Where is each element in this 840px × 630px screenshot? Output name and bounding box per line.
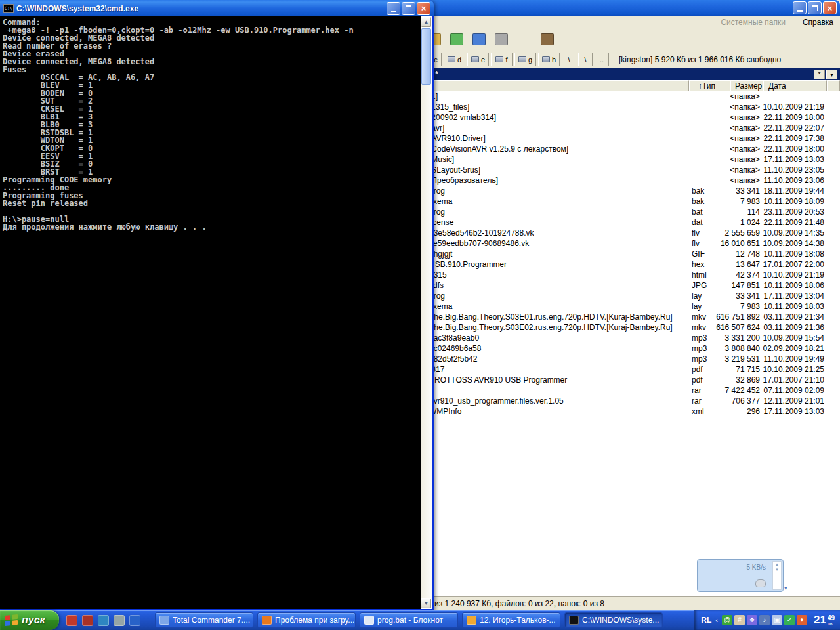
quick-launch-icon-4[interactable] (114, 615, 125, 626)
column-header-size[interactable]: Размер (730, 80, 763, 91)
drive-button-g[interactable]: g (514, 52, 536, 66)
taskbar-task-button[interactable]: Total Commander 7.... (155, 612, 253, 628)
windows-logo-icon (5, 614, 18, 626)
file-size: 42 374 (675, 270, 760, 280)
file-name: 83e58ed546b2-101924788.vk (429, 228, 534, 238)
taskbar-task-button[interactable]: Проблема при загру... (257, 612, 356, 628)
file-name: 9c02469b6a58 (429, 344, 481, 353)
clock-minutes: 49 (828, 615, 835, 621)
user-icon[interactable] (470, 31, 488, 49)
cmd-titlebar[interactable]: C:\ C:\WINDOWS\system32\cmd.exe × (0, 0, 434, 16)
task-label: prog.bat - Блокнот (377, 616, 443, 625)
menu-system-folders[interactable]: Системные папки (721, 18, 786, 27)
file-size: 3 808 840 (675, 344, 760, 353)
taskbar-task-button[interactable]: prog.bat - Блокнот (360, 612, 458, 628)
task-label: Total Commander 7.... (173, 616, 250, 625)
scroll-thumb[interactable] (421, 28, 431, 85)
copy-icon[interactable] (492, 31, 511, 49)
menu-help[interactable]: Справка (803, 18, 833, 27)
clock-suffix: пв (828, 621, 833, 626)
file-name: [1315_files] (429, 102, 469, 112)
file-date: 22.11.2009 18:00 (752, 144, 824, 154)
maximize-icon (406, 5, 411, 11)
tray-icon-2[interactable]: # (734, 615, 745, 625)
widget-scrollbar[interactable]: ▲▼ (772, 561, 782, 590)
file-name: 6ac3f8a9eab0 (429, 333, 479, 343)
cmd-close-button[interactable]: × (417, 2, 430, 15)
drive-button-root[interactable]: \ (562, 52, 576, 66)
file-name: USB.910.Programmer (429, 260, 507, 269)
start-button[interactable]: пуск (0, 610, 59, 630)
taskbar: пуск Total Commander 7....Проблема при з… (0, 610, 840, 630)
pathbar-buttons: * ▾ (814, 70, 837, 79)
path-history-button[interactable]: ▾ (826, 70, 837, 79)
quick-launch-icon-3[interactable] (98, 615, 109, 626)
cmd-body: Command: +mega8 -! -p1 -fboden=0,ckopt=0… (0, 16, 432, 609)
drive-button-root[interactable]: \ (578, 52, 593, 66)
tray-icon-5[interactable]: ▣ (772, 615, 782, 625)
cmd-maximize-button[interactable] (402, 2, 415, 15)
grid-icon[interactable] (448, 31, 466, 49)
tray-icon-1[interactable]: @ (722, 615, 732, 625)
quick-launch-icon-1[interactable] (66, 615, 77, 626)
cmd-titlebar-buttons: × (387, 2, 430, 15)
file-name: The.Big.Bang.Theory.S03E01.rus.eng.720p.… (429, 312, 673, 322)
taskbar-task-button[interactable]: C:\WINDOWS\syste... (564, 612, 663, 628)
status-text: из 1 240 937 Кб, файлов: 0 из 22, папок:… (434, 599, 604, 608)
speed-label: 5 KB/s (747, 564, 766, 571)
task-icon (569, 616, 579, 625)
cmd-minimize-button[interactable] (387, 2, 400, 15)
column-header-date[interactable]: Дата (763, 80, 827, 91)
start-label: пуск (22, 614, 45, 626)
quick-launch-icon-5[interactable] (129, 615, 140, 626)
tc-maximize-button[interactable] (808, 1, 822, 14)
tray-icon-7[interactable]: ✦ (797, 615, 807, 625)
file-date: 12.11.2009 21:01 (752, 396, 824, 406)
taskbar-task-button[interactable]: 12. Игорь-Тальков-... (462, 612, 560, 628)
column-header-type[interactable]: ↑Тип (689, 80, 730, 91)
tc-minimize-button[interactable] (793, 1, 807, 14)
file-date: 10.11.2009 18:06 (752, 281, 824, 290)
drive-button-e[interactable]: e (467, 52, 489, 66)
drive-button-up[interactable]: .. (595, 52, 609, 66)
file-date: 10.11.2009 18:09 (752, 197, 824, 206)
file-size: 114 (675, 207, 760, 217)
file-size: 3 331 200 (675, 333, 760, 343)
file-size: <папка> (675, 123, 760, 133)
quick-launch-icon-2[interactable] (82, 615, 93, 626)
file-size: 147 851 (675, 281, 760, 290)
tray-icon-4[interactable]: ♪ (759, 615, 770, 625)
task-label: C:\WINDOWS\syste... (582, 616, 659, 625)
cmd-scrollbar[interactable]: ▲ ▼ (421, 16, 432, 609)
scroll-down-button[interactable]: ▼ (421, 598, 432, 609)
scroll-up-button[interactable]: ▲ (421, 16, 432, 28)
file-date: 23.11.2009 20:53 (752, 207, 824, 217)
drive-button-h[interactable]: h (538, 52, 560, 66)
file-date: 10.11.2009 18:03 (752, 302, 824, 311)
tray-icon-6[interactable]: ✓ (784, 615, 795, 625)
tc-close-button[interactable]: × (823, 1, 837, 14)
tray-chevron-icon[interactable]: ‹ (715, 616, 718, 624)
clock-hours: 21 (814, 614, 826, 627)
file-date: 10.09.2009 15:54 (752, 333, 824, 343)
file-size: 296 (675, 407, 760, 416)
clock-stack: 49 пв (828, 615, 835, 626)
file-date: 17.11.2009 13:04 (752, 291, 824, 301)
file-date: 10.10.2009 21:25 (752, 365, 824, 374)
briefcase-icon[interactable] (538, 31, 556, 49)
file-name: [AVR910.Driver] (429, 134, 486, 143)
speed-widget[interactable]: 5 KB/s ▲▼ ▾ (697, 559, 784, 592)
tray-icon-3[interactable]: ❖ (747, 615, 757, 625)
widget-collapse-button[interactable]: ▾ (784, 585, 792, 591)
language-indicator[interactable]: RL (701, 616, 711, 625)
file-size: <папка> (675, 113, 760, 122)
file-name: PROTTOSS AVR910 USB Programmer (429, 375, 567, 385)
tray-clock[interactable]: 21 49 пв (814, 614, 835, 627)
file-name: avr910_usb_programmer.files.ver.1.05 (429, 396, 564, 406)
drive-button-f[interactable]: f (491, 52, 513, 66)
file-name: [Преобразователь] (429, 176, 498, 185)
file-date: 22.11.2009 18:00 (752, 113, 824, 122)
path-favorites-button[interactable]: * (814, 70, 825, 79)
file-size: 2 555 659 (675, 228, 760, 238)
drive-button-d[interactable]: d (444, 52, 465, 66)
